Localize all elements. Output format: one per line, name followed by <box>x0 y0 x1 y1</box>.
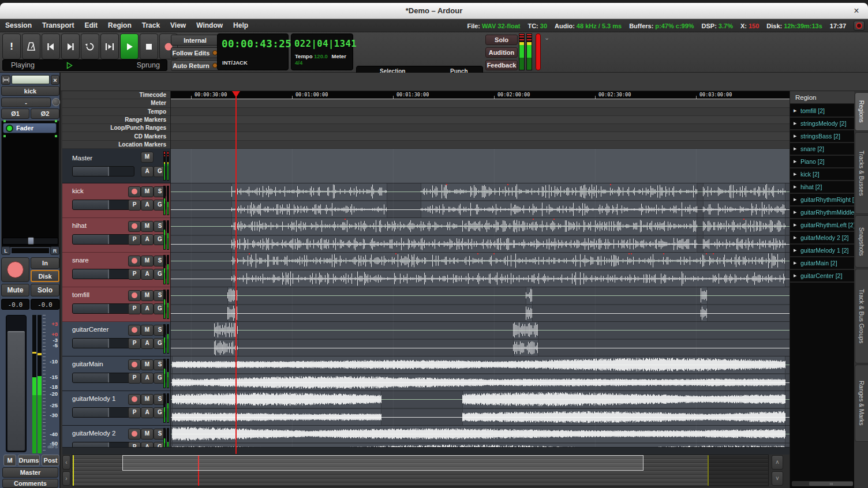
ruler-lane-cd-markers[interactable] <box>171 132 790 140</box>
playlist-button[interactable]: P <box>128 269 141 280</box>
mute-button[interactable]: M <box>141 186 154 197</box>
region-list-item[interactable]: ▶guitarRhythmLeft [2] <box>790 219 855 232</box>
mute-button[interactable]: M <box>141 152 154 163</box>
menu-help[interactable]: Help <box>228 19 253 32</box>
track-fader[interactable] <box>72 373 134 383</box>
region-list-item[interactable]: ▶guitarRhythmMiddle [2] <box>790 207 855 219</box>
region-list-item[interactable]: ▶guitarMain [2] <box>790 257 855 270</box>
stop-button[interactable] <box>140 33 158 59</box>
session-summary[interactable] <box>72 455 769 486</box>
region-list-item[interactable]: ▶tomfill [2] <box>790 105 855 118</box>
fader-processor[interactable]: Fader <box>3 123 57 133</box>
playlist-button[interactable]: P <box>128 303 141 314</box>
monitor-input-button[interactable]: In <box>31 257 59 269</box>
region-expander-icon[interactable]: ▶ <box>794 261 798 265</box>
region-expander-icon[interactable]: ▶ <box>794 210 798 215</box>
gain-display[interactable]: -0.0 <box>1 299 29 310</box>
region-expander-icon[interactable]: ▶ <box>794 108 798 113</box>
track-header-tomfill[interactable]: tomfillMSPAG <box>62 287 170 322</box>
solo-button[interactable]: Solo <box>31 284 59 296</box>
audition-button[interactable]: Audition <box>485 47 518 58</box>
loop-button[interactable] <box>81 33 99 59</box>
peak-display[interactable]: -0.0 <box>31 299 59 310</box>
waveform-canvas[interactable] <box>171 149 790 447</box>
automation-button[interactable]: A <box>141 166 154 177</box>
play-button[interactable] <box>120 33 139 59</box>
record-arm-button[interactable] <box>128 290 141 301</box>
region-list-header[interactable]: Region <box>790 91 855 104</box>
region-list-item[interactable]: ▶snare [2] <box>790 143 855 156</box>
automation-button[interactable]: A <box>141 200 154 211</box>
track-canvas-area[interactable] <box>170 149 790 447</box>
mute-button[interactable]: M <box>141 290 154 301</box>
ruler-lane-location-markers[interactable] <box>171 141 790 149</box>
title-card[interactable]: *Demo – Ardour × <box>0 3 868 19</box>
secondary-clock[interactable]: 022|04|1341 Tempo 120.0 Meter 4/4 <box>291 33 353 70</box>
automation-button[interactable]: A <box>141 407 154 418</box>
region-expander-icon[interactable]: ▶ <box>794 223 798 227</box>
play-range-button[interactable] <box>100 33 119 59</box>
mute-button[interactable]: M <box>141 221 154 232</box>
playlist-button[interactable]: P <box>128 442 141 447</box>
pan-handle[interactable] <box>28 237 34 245</box>
phase2-button[interactable]: Ø2 <box>31 108 59 119</box>
region-expander-icon[interactable]: ▶ <box>794 273 798 278</box>
feedback-button[interactable]: Feedback <box>485 60 518 70</box>
scroll-right-icon[interactable]: › <box>62 471 70 486</box>
record-arm-button[interactable] <box>1 257 29 282</box>
menu-track[interactable]: Track <box>137 19 165 32</box>
region-list-scrollbar[interactable] <box>792 481 853 486</box>
track-fader[interactable] <box>72 269 134 279</box>
region-list-item[interactable]: ▶guitarMelody 2 [2] <box>790 232 855 245</box>
region-list-item[interactable]: ▶kick [2] <box>790 168 855 181</box>
region-expander-icon[interactable]: ▶ <box>794 185 798 189</box>
playhead-marker-icon[interactable] <box>232 91 240 97</box>
track-fader[interactable] <box>72 234 134 245</box>
region-list-item[interactable]: ▶guitarCenter [2] <box>790 270 855 283</box>
side-tab-snapshots[interactable]: Snapshots <box>855 215 868 268</box>
monitor-disk-button[interactable]: Disk <box>31 270 59 282</box>
mute-button[interactable]: M <box>141 394 154 405</box>
ruler-lane-loop-punch-ranges[interactable] <box>171 124 790 132</box>
gain-fader[interactable] <box>6 315 27 452</box>
scrollbar-grip[interactable] <box>809 482 853 486</box>
region-expander-icon[interactable]: ▶ <box>794 197 798 202</box>
close-icon[interactable]: × <box>851 5 862 17</box>
track-header-hihat[interactable]: hihatMSPAG <box>62 218 170 253</box>
record-indicator-icon[interactable] <box>854 21 865 31</box>
record-arm-button[interactable] <box>128 394 141 405</box>
processor-box[interactable]: Fader <box>1 121 59 247</box>
region-expander-icon[interactable]: ▶ <box>794 134 798 138</box>
region-expander-icon[interactable]: ▶ <box>794 159 798 164</box>
track-header-guitarmelody-2[interactable]: guitarMelody 2MSPAG <box>62 426 170 447</box>
scroll-left-icon[interactable]: ‹ <box>62 455 70 470</box>
midi-panic-button[interactable]: ! <box>2 33 21 59</box>
comments-button[interactable]: Comments <box>2 479 58 488</box>
pan-slider[interactable] <box>2 238 58 245</box>
record-arm-button[interactable] <box>128 256 141 266</box>
side-tab-regions[interactable]: Regions <box>855 92 868 131</box>
region-list-item[interactable]: ▶stringsMelody [2] <box>790 118 855 130</box>
mute-button[interactable]: M <box>141 359 154 370</box>
solo-button[interactable]: Solo <box>485 35 518 45</box>
track-header-guitarcenter[interactable]: guitarCenterMSPAG <box>62 322 170 356</box>
phase1-button[interactable]: Ø1 <box>1 108 29 119</box>
region-expander-icon[interactable]: ▶ <box>794 235 798 240</box>
track-header-master[interactable]: MasterMAG <box>62 149 170 183</box>
automation-button[interactable]: A <box>141 303 154 314</box>
track-fader[interactable] <box>72 338 134 348</box>
track-name-button[interactable]: kick <box>1 86 59 96</box>
ruler-lane-timecode[interactable]: 00:00:30:0000:01:00:0000:01:30:0000:02:0… <box>171 91 790 99</box>
region-expander-icon[interactable]: ▶ <box>794 172 798 177</box>
mute-button[interactable]: M <box>141 256 154 266</box>
strip-tab-drums[interactable]: Drums <box>18 455 40 466</box>
region-expander-icon[interactable]: ▶ <box>794 121 798 126</box>
chevron-down-icon[interactable]: ⌄ <box>544 35 549 40</box>
automation-button[interactable]: A <box>141 269 154 280</box>
metronome-button[interactable] <box>22 33 40 59</box>
record-arm-button[interactable] <box>128 221 141 232</box>
ruler-lane-tempo[interactable] <box>171 108 790 116</box>
mute-button[interactable]: Mute <box>1 284 29 296</box>
shrink-strip-icon[interactable] <box>1 75 10 85</box>
primary-clock[interactable]: 00:00:43:25 INT/JACK <box>217 33 289 70</box>
